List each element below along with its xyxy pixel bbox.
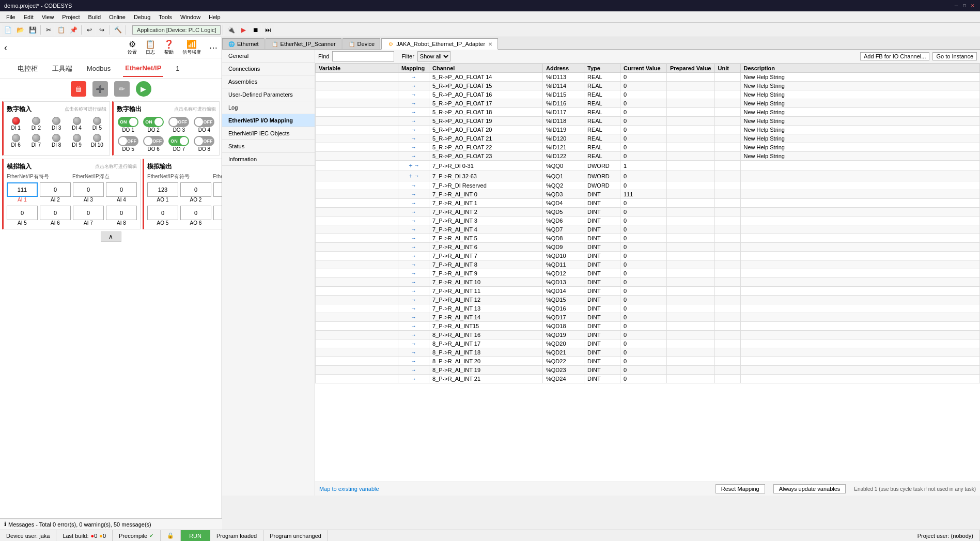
help-tool-btn[interactable]: ❓ 帮助 bbox=[164, 39, 174, 56]
table-row[interactable]: →8_P->R_AI_INT 21%QD24DINT0 bbox=[316, 375, 980, 383]
edit-btn[interactable]: ✏ bbox=[114, 81, 130, 97]
table-row[interactable]: →7_P->R_AI_INT 4%QD7DINT0 bbox=[316, 225, 980, 234]
menu-help[interactable]: Help bbox=[205, 13, 225, 21]
more-tool-btn[interactable]: ⋯ bbox=[209, 43, 217, 53]
menu-online[interactable]: Online bbox=[105, 13, 130, 21]
table-row[interactable]: →7_P->R_AI_INT 8%QD11DINT0 bbox=[316, 260, 980, 269]
robot-tab-modbus[interactable]: Modbus bbox=[85, 60, 113, 76]
table-row[interactable]: →8_P->R_AI_INT 18%QD21DINT0 bbox=[316, 348, 980, 357]
close-btn[interactable]: ✕ bbox=[970, 3, 976, 9]
menu-file[interactable]: File bbox=[2, 13, 20, 21]
copy-btn[interactable]: 📋 bbox=[55, 24, 67, 36]
save-btn[interactable]: 💾 bbox=[27, 24, 38, 36]
signal-tool-btn[interactable]: 📶 信号强度 bbox=[182, 39, 201, 56]
do8-toggle[interactable]: OFF bbox=[194, 136, 214, 146]
menu-build[interactable]: Build bbox=[84, 13, 105, 21]
run-action-btn[interactable]: ▶ bbox=[136, 81, 151, 97]
table-row[interactable]: →7_P->R_AI_INT15%QD18DINT0 bbox=[316, 322, 980, 331]
tab-enip-scanner[interactable]: 📋 EtherNet_IP_Scanner bbox=[266, 38, 341, 49]
nav-io-mapping[interactable]: EtherNet/IP I/O Mapping bbox=[222, 114, 315, 127]
table-row[interactable]: →8_P->R_AI_INT 16%QD19DINT0 bbox=[316, 331, 980, 339]
scroll-up-btn[interactable]: ∧ bbox=[2, 229, 220, 244]
back-btn[interactable]: ‹ bbox=[4, 42, 7, 53]
new-btn[interactable]: 📄 bbox=[2, 24, 13, 36]
table-row[interactable]: →7_P->R_AI_INT 6%QD9DINT0 bbox=[316, 243, 980, 252]
table-row[interactable]: ＋→7_P->R_DI 32-63%QQ1DWORD0 bbox=[316, 171, 980, 181]
table-row[interactable]: →7_P->R_AI_INT 7%QD10DINT0 bbox=[316, 252, 980, 260]
reset-mapping-btn[interactable]: Reset Mapping bbox=[715, 484, 765, 493]
robot-tab-tool[interactable]: 工具端 bbox=[50, 60, 74, 78]
run-btn[interactable]: ▶ bbox=[238, 24, 249, 36]
table-row[interactable]: →7_P->R_AI_INT 1%QD4DINT0 bbox=[316, 199, 980, 208]
nav-iec-objects[interactable]: EtherNet/IP IEC Objects bbox=[222, 127, 315, 140]
do7-toggle[interactable]: ON bbox=[168, 136, 189, 146]
add-btn[interactable]: ➕ bbox=[92, 81, 108, 97]
build-btn[interactable]: 🔨 bbox=[112, 24, 123, 36]
undo-btn[interactable]: ↩ bbox=[84, 24, 95, 36]
nav-information[interactable]: Information bbox=[222, 153, 315, 166]
run-status-btn[interactable]: RUN bbox=[181, 530, 210, 541]
table-row[interactable]: →8_P->R_AI_INT 17%QD20DINT0 bbox=[316, 339, 980, 348]
menu-edit[interactable]: Edit bbox=[20, 13, 38, 21]
table-row[interactable]: ＋→7_P->R_DI 0-31%QQ0DWORD1 bbox=[316, 161, 980, 171]
tab-jaka[interactable]: ⚙ JAKA_Robot_Ethernet_IP_Adapter ✕ bbox=[381, 38, 498, 50]
menu-tools[interactable]: Tools bbox=[154, 13, 176, 21]
settings-tool-btn[interactable]: ⚙ 设置 bbox=[128, 39, 137, 56]
robot-tab-ekc[interactable]: 电控柜 bbox=[15, 60, 40, 78]
tab-ethernet[interactable]: 🌐 Ethernet bbox=[222, 38, 265, 49]
table-row[interactable]: →5_R->P_AO_FLOAT 16%ID115REAL0New Help S… bbox=[316, 90, 980, 99]
cut-btn[interactable]: ✂ bbox=[43, 24, 54, 36]
table-row[interactable]: →7_P->R_AI_INT 0%QD3DINT111 bbox=[316, 190, 980, 199]
minimize-btn[interactable]: ─ bbox=[953, 3, 959, 9]
table-row[interactable]: →7_P->R_AI_INT 9%QD12DINT0 bbox=[316, 269, 980, 278]
menu-window[interactable]: Window bbox=[176, 13, 205, 21]
do5-toggle[interactable]: OFF bbox=[118, 136, 138, 146]
table-row[interactable]: →5_R->P_AO_FLOAT 18%ID117REAL0New Help S… bbox=[316, 108, 980, 117]
nav-connections[interactable]: Connections bbox=[222, 63, 315, 75]
table-row[interactable]: →7_P->R_AI_INT 3%QD6DINT0 bbox=[316, 217, 980, 225]
do1-toggle[interactable]: ON bbox=[118, 117, 138, 127]
tab-close-btn[interactable]: ✕ bbox=[488, 41, 492, 47]
table-row[interactable]: →7_P->R_AI_INT 12%QD15DINT0 bbox=[316, 296, 980, 304]
table-row[interactable]: →7_P->R_AI_INT 10%QD13DINT0 bbox=[316, 278, 980, 287]
tab-device[interactable]: 📋 Device bbox=[343, 38, 381, 49]
do3-toggle[interactable]: OFF bbox=[168, 117, 189, 127]
table-row[interactable]: →5_R->P_AO_FLOAT 15%ID114REAL0New Help S… bbox=[316, 82, 980, 90]
table-row[interactable]: →7_P->R_AI_INT 11%QD14DINT0 bbox=[316, 287, 980, 296]
do6-toggle[interactable]: OFF bbox=[143, 136, 164, 146]
paste-btn[interactable]: 📌 bbox=[68, 24, 79, 36]
maximize-btn[interactable]: □ bbox=[961, 3, 968, 9]
filter-select[interactable]: Show all bbox=[417, 51, 450, 61]
table-row[interactable]: →5_R->P_AO_FLOAT 23%ID122REAL0New Help S… bbox=[316, 152, 980, 161]
go-to-instance-btn[interactable]: Go to Instance bbox=[932, 52, 977, 60]
always-update-btn[interactable]: Always update variables bbox=[773, 484, 846, 493]
nav-general[interactable]: General bbox=[222, 50, 315, 63]
table-row[interactable]: →5_R->P_AO_FLOAT 17%ID116REAL0New Help S… bbox=[316, 99, 980, 108]
table-row[interactable]: →7_P->R_DI Reserved%QQ2DWORD0 bbox=[316, 181, 980, 190]
window-controls[interactable]: ─ □ ✕ bbox=[953, 3, 976, 9]
find-input[interactable] bbox=[332, 51, 394, 61]
table-row[interactable]: →8_P->R_AI_INT 19%QD23DINT0 bbox=[316, 366, 980, 375]
table-row[interactable]: →7_P->R_AI_INT 13%QD16DINT0 bbox=[316, 304, 980, 313]
robot-tab-1[interactable]: 1 bbox=[174, 60, 181, 76]
open-btn[interactable]: 📂 bbox=[14, 24, 26, 36]
menu-project[interactable]: Project bbox=[58, 13, 84, 21]
add-fb-btn[interactable]: Add FB for IO Channel... bbox=[860, 52, 929, 60]
nav-user-defined[interactable]: User-Defined Parameters bbox=[222, 88, 315, 101]
menu-view[interactable]: View bbox=[38, 13, 58, 21]
table-row[interactable]: →7_P->R_AI_INT 14%QD17DINT0 bbox=[316, 313, 980, 322]
delete-btn[interactable]: 🗑 bbox=[71, 81, 86, 97]
table-row[interactable]: →5_R->P_AO_FLOAT 21%ID120REAL0New Help S… bbox=[316, 134, 980, 143]
nav-log[interactable]: Log bbox=[222, 101, 315, 114]
do4-toggle[interactable]: OFF bbox=[194, 117, 214, 127]
nav-assemblies[interactable]: Assemblies bbox=[222, 75, 315, 88]
table-row[interactable]: →5_R->P_AO_FLOAT 19%ID118REAL0New Help S… bbox=[316, 117, 980, 126]
menu-debug[interactable]: Debug bbox=[130, 13, 154, 21]
table-row[interactable]: →7_P->R_AI_INT 2%QD5DINT0 bbox=[316, 208, 980, 217]
do2-toggle[interactable]: ON bbox=[143, 117, 164, 127]
robot-tab-enip[interactable]: EtherNet/IP bbox=[123, 60, 163, 77]
stop-btn[interactable]: ⏹ bbox=[250, 24, 261, 36]
table-row[interactable]: →7_P->R_AI_INT 5%QD8DINT0 bbox=[316, 234, 980, 243]
table-row[interactable]: →5_R->P_AO_FLOAT 22%ID121REAL0New Help S… bbox=[316, 143, 980, 152]
log-tool-btn[interactable]: 📋 日志 bbox=[145, 39, 155, 56]
